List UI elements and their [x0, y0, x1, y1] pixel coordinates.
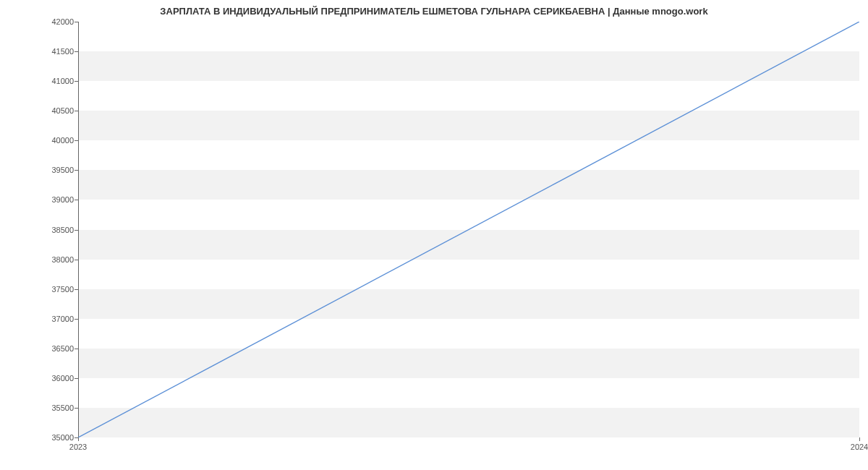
y-tick-label: 37000	[38, 315, 74, 322]
grid-band	[79, 51, 859, 81]
y-tick-mark	[75, 289, 78, 290]
y-tick-label: 40000	[38, 137, 74, 145]
x-tick-label: 2023	[69, 443, 87, 451]
y-tick-label: 39500	[38, 166, 74, 174]
y-tick-label: 36500	[38, 344, 74, 352]
y-tick-label: 37500	[38, 285, 74, 293]
grid-band	[79, 408, 859, 437]
x-tick-mark	[78, 437, 79, 441]
grid-band	[79, 230, 859, 260]
y-tick-mark	[75, 140, 78, 141]
y-tick-label: 36000	[38, 374, 74, 382]
y-tick-mark	[75, 319, 78, 320]
y-tick-mark	[75, 200, 78, 200]
y-tick-label: 40500	[38, 107, 74, 115]
grid-band	[79, 170, 859, 200]
x-tick-label: 2024	[851, 443, 868, 451]
y-tick-label: 35000	[38, 434, 74, 442]
y-tick-label: 39000	[38, 196, 74, 204]
y-tick-label: 35500	[38, 403, 74, 411]
x-tick-mark	[859, 437, 860, 441]
y-tick-label: 38000	[38, 255, 74, 263]
y-tick-label: 41000	[38, 77, 74, 85]
y-tick-mark	[75, 51, 78, 52]
y-tick-mark	[75, 22, 78, 22]
y-tick-mark	[75, 349, 78, 349]
chart-title: ЗАРПЛАТА В ИНДИВИДУАЛЬНЫЙ ПРЕДПРИНИМАТЕЛ…	[0, 6, 868, 17]
y-tick-mark	[75, 111, 78, 111]
y-tick-label: 38500	[38, 226, 74, 234]
y-tick-label: 42000	[38, 18, 74, 26]
y-tick-mark	[75, 408, 78, 409]
plot-area	[78, 22, 859, 437]
y-tick-mark	[75, 230, 78, 231]
y-tick-mark	[75, 378, 78, 379]
grid-band	[79, 289, 859, 319]
y-tick-mark	[75, 81, 78, 82]
y-tick-mark	[75, 170, 78, 171]
y-tick-mark	[75, 260, 78, 260]
grid-band	[79, 111, 859, 140]
y-tick-label: 41500	[38, 48, 74, 56]
grid-band	[79, 349, 859, 378]
